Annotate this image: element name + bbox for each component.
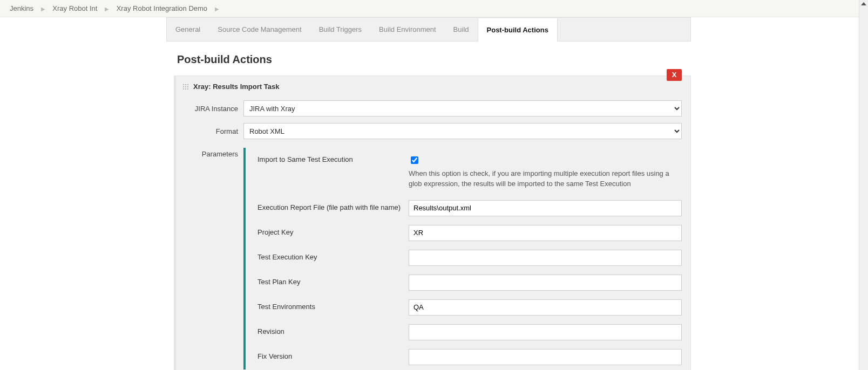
tab-env[interactable]: Build Environment [370,18,445,41]
parameters-label: Parameters [192,148,243,369]
test-plan-key-label: Test Plan Key [257,275,409,286]
page-title: Post-build Actions [166,42,691,76]
format-label: Format [192,127,243,135]
test-plan-key-input[interactable] [409,275,682,291]
xray-task-block: X Xray: Results Import Task JIRA Instanc… [174,76,691,370]
test-env-input[interactable] [409,299,682,316]
tab-build[interactable]: Build [445,18,478,41]
breadcrumb: Jenkins ▶ Xray Robot Int ▶ Xray Robot In… [0,0,868,17]
revision-input[interactable] [409,324,682,340]
tab-postbuild[interactable]: Post-build Actions [478,18,558,42]
report-file-input[interactable] [409,200,682,216]
config-tabbar: General Source Code Management Build Tri… [166,17,691,42]
import-same-help: When this option is check, if you are im… [409,166,682,191]
import-same-label: Import to Same Test Execution [257,152,409,163]
format-select[interactable]: Robot XML [243,123,682,139]
tab-triggers[interactable]: Build Triggers [310,18,370,41]
chevron-right-icon: ▶ [215,6,219,12]
drag-handle-icon[interactable] [182,84,189,90]
tab-general[interactable]: General [167,18,209,41]
test-exec-key-input[interactable] [409,250,682,266]
chevron-right-icon: ▶ [105,6,109,12]
breadcrumb-job[interactable]: Xray Robot Integration Demo [117,4,207,12]
scrollbar[interactable] [859,0,868,370]
project-key-input[interactable] [409,225,682,241]
breadcrumb-project[interactable]: Xray Robot Int [52,4,97,12]
delete-task-button[interactable]: X [667,69,682,81]
fix-version-input[interactable] [409,349,682,365]
test-exec-key-label: Test Execution Key [257,250,409,261]
jira-instance-label: JIRA Instance [192,105,243,113]
jira-instance-select[interactable]: JIRA with Xray [243,100,682,117]
report-file-label: Execution Report File (file path with fi… [257,200,409,211]
task-title: Xray: Results Import Task [193,83,279,91]
breadcrumb-jenkins[interactable]: Jenkins [10,4,33,12]
test-env-label: Test Environments [257,299,409,311]
revision-label: Revision [257,324,409,335]
fix-version-label: Fix Version [257,349,409,360]
chevron-right-icon: ▶ [41,6,45,12]
import-same-checkbox[interactable] [411,156,418,164]
scroll-up-icon [861,2,866,5]
project-key-label: Project Key [257,225,409,236]
tab-scm[interactable]: Source Code Management [209,18,310,41]
